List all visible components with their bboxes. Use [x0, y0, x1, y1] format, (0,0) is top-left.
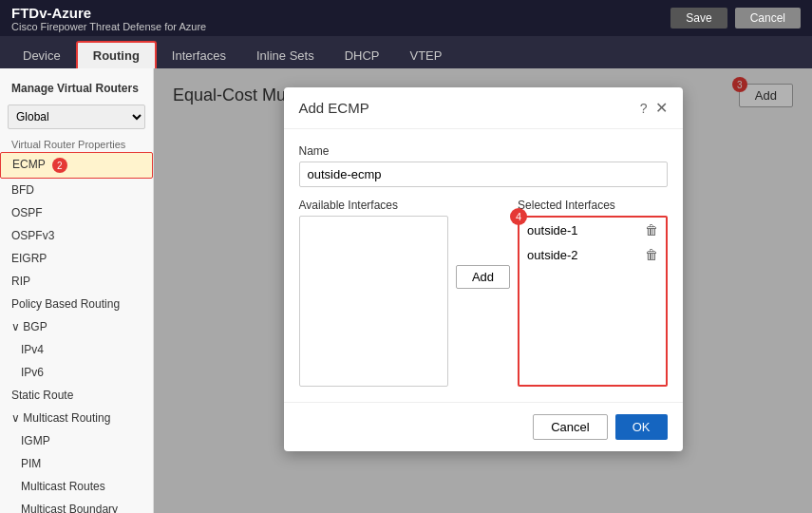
delete-outside-1-icon[interactable]: 🗑 — [645, 222, 658, 238]
tab-dhcp[interactable]: DHCP — [330, 43, 395, 68]
interface-name-outside-2: outside-2 — [527, 248, 577, 262]
name-label: Name — [299, 144, 668, 158]
save-button[interactable]: Save — [670, 8, 727, 28]
tab-vtep[interactable]: VTEP — [394, 43, 457, 68]
sidebar-item-igmp[interactable]: IGMP — [0, 429, 153, 452]
sidebar-group-multicast: ∨ Multicast Routing — [0, 407, 153, 429]
sidebar-item-rip[interactable]: RIP — [0, 270, 153, 293]
name-input[interactable] — [299, 162, 668, 187]
sidebar-item-pim[interactable]: PIM — [0, 452, 153, 475]
sidebar-item-ipv6[interactable]: IPv6 — [0, 361, 153, 384]
modal-footer: Cancel OK — [284, 402, 683, 451]
add-interface-button[interactable]: Add — [456, 265, 510, 289]
available-interfaces-col: Available Interfaces — [299, 199, 448, 387]
sidebar-item-static-route[interactable]: Static Route — [0, 384, 153, 407]
tab-inline-sets[interactable]: Inline Sets — [241, 43, 330, 68]
cancel-button[interactable]: Cancel — [735, 8, 801, 28]
help-icon[interactable]: ? — [640, 101, 648, 116]
selected-interface-outside-1: outside-1 🗑 — [519, 218, 665, 242]
selected-interfaces-col: Selected Interfaces 4 outside-1 🗑 outsid… — [518, 199, 667, 387]
tab-routing[interactable]: Routing — [76, 41, 157, 68]
tab-interfaces[interactable]: Interfaces — [157, 43, 241, 68]
app-info: FTDv-Azure Cisco Firepower Threat Defens… — [11, 5, 206, 32]
sidebar-item-ecmp[interactable]: ECMP 2 — [0, 152, 153, 179]
selected-interfaces-list: 4 outside-1 🗑 outside-2 🗑 — [518, 216, 667, 387]
sidebar-item-multicast-boundary-filter[interactable]: Multicast Boundary Filter — [0, 498, 153, 513]
sidebar-item-eigrp[interactable]: EIGRP — [0, 247, 153, 270]
modal-header: Add ECMP ? ✕ — [284, 87, 683, 129]
layout: Manage Virtual Routers Global Virtual Ro… — [0, 68, 812, 513]
selected-badge: 4 — [510, 208, 527, 225]
top-bar-buttons: Save Cancel — [670, 8, 801, 28]
interface-name-outside-1: outside-1 — [527, 223, 577, 238]
router-select[interactable]: Global — [8, 104, 145, 129]
modal-body: Name Available Interfaces Add Selected — [284, 129, 683, 402]
sidebar-item-bfd[interactable]: BFD — [0, 179, 153, 201]
close-icon[interactable]: ✕ — [655, 99, 668, 117]
nav-tabs: Device Routing Interfaces Inline Sets DH… — [0, 36, 812, 68]
sidebar-manage-title: Manage Virtual Routers — [0, 76, 153, 101]
modal-title: Add ECMP — [299, 100, 369, 116]
available-interfaces-label: Available Interfaces — [299, 199, 448, 212]
add-ecmp-modal: Add ECMP ? ✕ Name Available Interfaces — [284, 87, 683, 451]
app-subtitle: Cisco Firepower Threat Defense for Azure — [11, 21, 206, 32]
tab-device[interactable]: Device — [8, 43, 76, 68]
app-title: FTDv-Azure — [11, 5, 206, 21]
delete-outside-2-icon[interactable]: 🗑 — [645, 247, 658, 262]
sidebar-item-policy-based-routing[interactable]: Policy Based Routing — [0, 293, 153, 315]
sidebar-item-ospf[interactable]: OSPF — [0, 201, 153, 224]
sidebar-item-multicast-routes[interactable]: Multicast Routes — [0, 475, 153, 498]
ecmp-badge: 2 — [52, 158, 67, 173]
sidebar-section-label: Virtual Router Properties — [0, 133, 153, 152]
sidebar-item-ospfv3[interactable]: OSPFv3 — [0, 224, 153, 247]
sidebar: Manage Virtual Routers Global Virtual Ro… — [0, 68, 154, 513]
interfaces-row: Available Interfaces Add Selected Interf… — [299, 199, 668, 387]
modal-ok-button[interactable]: OK — [615, 414, 668, 440]
modal-cancel-button[interactable]: Cancel — [533, 414, 607, 440]
main-content: Equal-Cost Multipath Routing (ECMP) 3 Ad… — [154, 68, 812, 513]
modal-header-icons: ? ✕ — [640, 99, 668, 117]
sidebar-item-ipv4[interactable]: IPv4 — [0, 338, 153, 361]
modal-overlay: Add ECMP ? ✕ Name Available Interfaces — [154, 68, 812, 513]
top-bar: FTDv-Azure Cisco Firepower Threat Defens… — [0, 0, 812, 36]
selected-interfaces-label: Selected Interfaces — [518, 199, 667, 212]
available-interfaces-list — [299, 216, 448, 387]
selected-interface-outside-2: outside-2 🗑 — [519, 242, 665, 267]
sidebar-group-bgp: ∨ BGP — [0, 315, 153, 338]
add-interface-btn-container: Add — [456, 199, 510, 289]
